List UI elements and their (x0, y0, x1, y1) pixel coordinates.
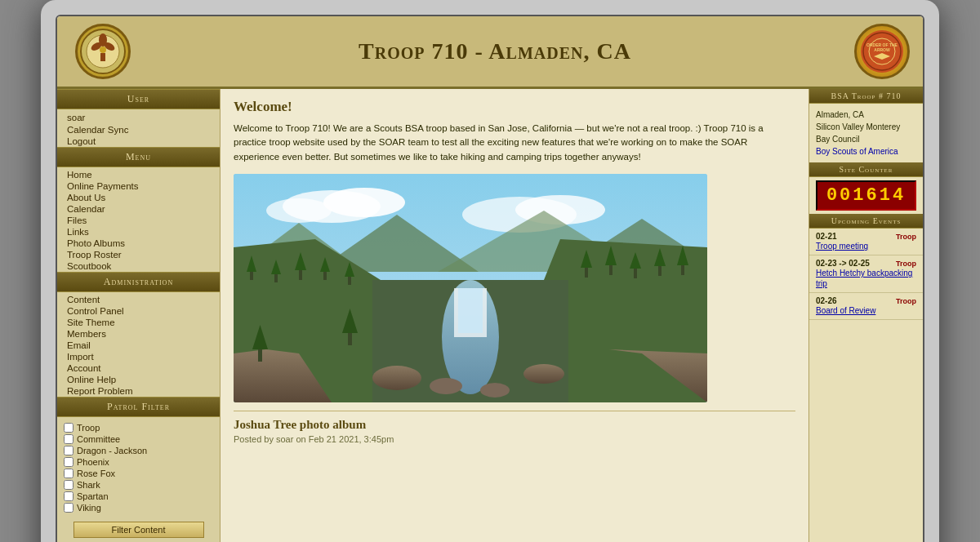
bsa-council: Silicon Valley Monterey Bay Council (816, 121, 916, 145)
patrol-dragon-checkbox[interactable] (64, 446, 74, 455)
admin-account[interactable]: Account (57, 362, 220, 374)
nav-calendar[interactable]: Calendar (57, 203, 220, 215)
patrol-spartan: Spartan (64, 491, 213, 502)
event-item-3: 02-26 Troop Board of Review (809, 293, 923, 320)
patrol-rose-fox-checkbox[interactable] (64, 469, 74, 478)
nav-about-us[interactable]: About Us (57, 192, 220, 203)
event-name-3[interactable]: Board of Review (816, 305, 916, 316)
bsa-logo (75, 24, 131, 79)
event-date-1: 02-21 Troop (816, 232, 916, 241)
admin-online-help[interactable]: Online Help (57, 374, 220, 385)
main-photo (234, 174, 707, 402)
event-name-2[interactable]: Hetch Hetchy backpacking trip (816, 268, 916, 289)
patrol-troop: Troop (64, 422, 213, 433)
event-name-1[interactable]: Troop meeting (816, 241, 916, 251)
admin-email[interactable]: Email (57, 340, 220, 351)
admin-section-header: Administration (57, 272, 220, 292)
site-counter: 001614 (816, 180, 916, 211)
svg-point-50 (430, 378, 462, 394)
svg-point-48 (372, 366, 421, 390)
nav-troop-roster[interactable]: Troop Roster (57, 249, 220, 260)
svg-point-14 (323, 188, 405, 217)
bsa-logo-area (70, 23, 136, 80)
admin-import[interactable]: Import (57, 351, 220, 362)
patrol-viking: Viking (64, 502, 213, 513)
svg-text:ARROW: ARROW (874, 47, 890, 52)
admin-control-panel[interactable]: Control Panel (57, 305, 220, 317)
patrol-dragon: Dragon - Jackson (64, 445, 213, 456)
nav-scoutbook[interactable]: Scoutbook (57, 260, 220, 272)
username-display: soar (57, 111, 220, 124)
admin-members[interactable]: Members (57, 328, 220, 340)
album-title[interactable]: Joshua Tree photo album (234, 411, 795, 432)
svg-point-5 (100, 47, 106, 53)
event-item-1: 02-21 Troop Troop meeting (809, 229, 923, 255)
patrol-filter-area: Troop Committee Dragon - Jackson Phoenix… (57, 419, 220, 517)
svg-rect-47 (458, 288, 483, 333)
bsa-city: Almaden, CA (816, 109, 916, 121)
admin-site-theme[interactable]: Site Theme (57, 317, 220, 328)
svg-point-51 (480, 383, 510, 398)
user-section-header: User (57, 89, 220, 109)
patrol-rose-fox: Rose Fox (64, 468, 213, 479)
patrol-troop-checkbox[interactable] (64, 423, 74, 433)
nav-home[interactable]: Home (57, 169, 220, 180)
admin-content[interactable]: Content (57, 294, 220, 305)
menu-section-header: Menu (57, 147, 220, 167)
site-counter-header: Site Counter (809, 162, 923, 177)
site-title: Troop 710 - Almaden, CA (136, 38, 854, 64)
event-tag-1: Troop (896, 233, 916, 241)
album-meta: Posted by soar on Feb 21 2021, 3:45pm (234, 434, 795, 444)
svg-point-15 (266, 198, 332, 223)
site-header: Troop 710 - Almaden, CA ORDER OF THE ARR… (57, 16, 923, 89)
event-date-2: 02-23 -> 02-25 Troop (816, 259, 916, 268)
patrol-committee: Committee (64, 433, 213, 445)
nav-online-payments[interactable]: Online Payments (57, 180, 220, 192)
svg-rect-6 (100, 53, 105, 61)
welcome-title: Welcome! (234, 99, 795, 115)
patrol-phoenix: Phoenix (64, 456, 213, 468)
patrol-shark-checkbox[interactable] (64, 480, 74, 490)
patrol-viking-checkbox[interactable] (64, 503, 74, 513)
content-area: Welcome! Welcome to Troop 710! We are a … (220, 89, 808, 542)
calendar-sync-link[interactable]: Calendar Sync (57, 124, 220, 136)
welcome-text: Welcome to Troop 710! We are a Scouts BS… (234, 122, 795, 164)
patrol-filter-header: Patrol Filter (57, 397, 220, 417)
svg-point-49 (523, 364, 564, 384)
patrol-spartan-checkbox[interactable] (64, 491, 74, 501)
admin-report-problem[interactable]: Report Problem (57, 385, 220, 397)
patrol-committee-checkbox[interactable] (64, 434, 74, 444)
event-date-3: 02-26 Troop (816, 296, 916, 305)
oa-badge: ORDER OF THE ARROW (854, 24, 910, 79)
event-item-2: 02-23 -> 02-25 Troop Hetch Hetchy backpa… (809, 255, 923, 293)
upcoming-events-header: Upcoming Events (809, 214, 923, 229)
nav-files[interactable]: Files (57, 215, 220, 226)
sidebar: User soar Calendar Sync Logout Menu Home… (57, 89, 220, 542)
patrol-shark: Shark (64, 479, 213, 491)
logout-link[interactable]: Logout (57, 136, 220, 147)
nav-photo-albums[interactable]: Photo Albums (57, 238, 220, 249)
event-tag-2: Troop (896, 260, 916, 268)
event-tag-3: Troop (896, 297, 916, 305)
bsa-org-link[interactable]: Boy Scouts of America (816, 147, 898, 156)
bsa-info: Almaden, CA Silicon Valley Monterey Bay … (809, 104, 923, 162)
filter-content-button[interactable]: Filter Content (74, 522, 204, 538)
right-sidebar: BSA Troop # 710 Almaden, CA Silicon Vall… (808, 89, 923, 542)
nav-links[interactable]: Links (57, 226, 220, 238)
patrol-phoenix-checkbox[interactable] (64, 457, 74, 467)
bsa-section-header: BSA Troop # 710 (809, 89, 923, 104)
oa-badge-inner: ORDER OF THE ARROW (861, 30, 903, 73)
